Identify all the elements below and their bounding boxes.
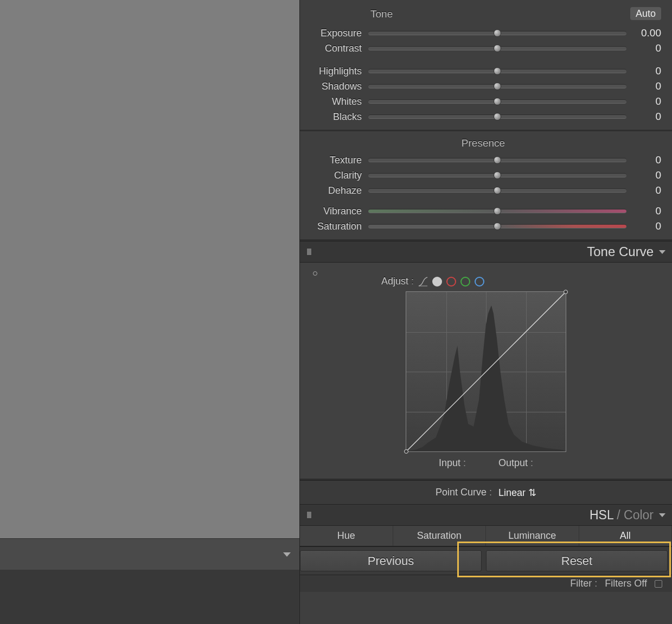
hsl-tabs: Hue Saturation Luminance All [300, 526, 672, 546]
tone-panel: Tone Auto Exposure 0.00 Contrast 0 Highl… [300, 0, 672, 131]
slider-vibrance[interactable]: Vibrance 0 [305, 203, 661, 219]
preview-area [0, 0, 299, 538]
slider-thumb[interactable] [494, 156, 501, 164]
slider-saturation[interactable]: Saturation 0 [305, 219, 661, 234]
slider-shadows[interactable]: Shadows 0 [305, 79, 661, 94]
tab-luminance[interactable]: Luminance [486, 526, 579, 546]
chevron-down-icon[interactable] [659, 513, 665, 517]
slider-exposure[interactable]: Exposure 0.00 [305, 26, 661, 41]
previous-button[interactable]: Previous [300, 550, 482, 571]
parametric-curve-icon[interactable] [418, 277, 428, 286]
presence-title: Presence [305, 137, 661, 149]
green-channel-icon[interactable] [460, 277, 470, 286]
slider-thumb[interactable] [494, 67, 501, 75]
point-curve-row: Point Curve : Linear ⇅ [300, 480, 672, 504]
tone-curve-header[interactable]: Tone Curve [300, 241, 672, 263]
action-buttons: Previous Reset [300, 546, 672, 575]
point-curve-icon[interactable] [432, 277, 442, 286]
slider-dehaze[interactable]: Dehaze 0 [305, 183, 661, 198]
tab-saturation[interactable]: Saturation [393, 526, 487, 546]
slider-thumb[interactable] [494, 98, 501, 105]
slider-thumb[interactable] [494, 207, 501, 215]
filter-bar: Filter : Filters Off [300, 575, 672, 592]
svg-line-1 [406, 292, 566, 451]
tab-all[interactable]: All [579, 526, 673, 546]
point-curve-select[interactable]: Linear ⇅ [498, 487, 536, 499]
left-footer [0, 538, 299, 570]
filter-select[interactable]: Filters Off [605, 578, 647, 589]
hsl-header[interactable]: HSL / Color [300, 504, 672, 526]
red-channel-icon[interactable] [446, 277, 456, 286]
slider-thumb[interactable] [494, 187, 501, 194]
slider-contrast[interactable]: Contrast 0 [305, 41, 661, 56]
slider-thumb[interactable] [494, 29, 501, 37]
slider-clarity[interactable]: Clarity 0 [305, 168, 661, 183]
slider-thumb[interactable] [494, 113, 501, 120]
chevron-down-icon[interactable] [283, 552, 291, 557]
target-adjust-icon[interactable] [313, 271, 317, 276]
slider-thumb[interactable] [494, 82, 501, 90]
reset-button[interactable]: Reset [486, 550, 668, 571]
lock-icon[interactable] [655, 580, 662, 588]
auto-button[interactable]: Auto [630, 7, 661, 20]
develop-panel: Tone Auto Exposure 0.00 Contrast 0 Highl… [299, 0, 672, 624]
curve-point[interactable] [564, 290, 568, 294]
chevron-down-icon[interactable] [659, 250, 665, 254]
slider-thumb[interactable] [494, 171, 501, 179]
panel-toggle-icon[interactable] [306, 248, 312, 256]
blue-channel-icon[interactable] [475, 277, 484, 286]
slider-whites[interactable]: Whites 0 [305, 94, 661, 109]
slider-blacks[interactable]: Blacks 0 [305, 109, 661, 124]
slider-highlights[interactable]: Highlights 0 [305, 63, 661, 79]
slider-texture[interactable]: Texture 0 [305, 152, 661, 168]
slider-thumb[interactable] [494, 44, 501, 52]
tone-curve-panel: Adjust : Input : Output : [300, 263, 672, 480]
tone-title: Tone [370, 8, 630, 20]
tone-curve-graph[interactable] [406, 291, 566, 452]
panel-toggle-icon[interactable] [306, 511, 312, 519]
slider-thumb[interactable] [494, 222, 501, 230]
curve-point[interactable] [404, 449, 408, 454]
tab-hue[interactable]: Hue [300, 526, 393, 546]
presence-panel: Presence Texture 0 Clarity 0 Dehaze 0 Vi… [300, 131, 672, 241]
